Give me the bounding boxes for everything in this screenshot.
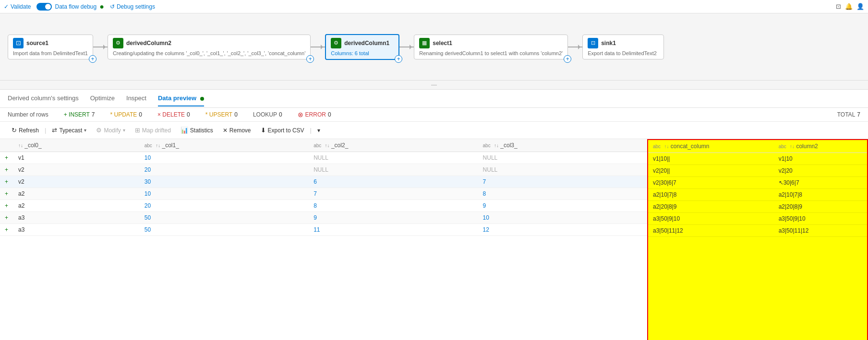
refresh-label: Refresh <box>19 127 39 134</box>
col-header-col2[interactable]: abc ↑↓ _col2_ <box>309 139 478 152</box>
table-cell: 12 <box>478 224 647 236</box>
column2-cell: a3|50|9|10 <box>774 213 867 225</box>
refresh-button[interactable]: ↻ Refresh <box>8 125 43 136</box>
modify-icon: ⚙ <box>96 127 102 134</box>
table-cell: 8 <box>309 200 478 212</box>
concat-cell: a3|50|9|10 <box>648 213 774 225</box>
sort-icon-concat[interactable]: ↑↓ <box>664 144 669 149</box>
column2-cell: a3|50|11|12 <box>774 225 867 237</box>
more-options-button[interactable]: ▾ <box>313 125 324 136</box>
col-header-concat[interactable]: abc ↑↓ concat_column <box>648 140 774 153</box>
concat-label: concat_column <box>671 143 710 150</box>
icon-bell[interactable]: 🔔 <box>845 3 853 10</box>
validate-button[interactable]: ✓ Validate <box>4 3 31 10</box>
table-cell: 8 <box>478 188 647 200</box>
derived2-icon: ⚙ <box>113 38 123 48</box>
sort-icon-column2[interactable]: ↑↓ <box>790 144 795 149</box>
debug-active-dot: ● <box>99 2 104 11</box>
icon-person[interactable]: 👤 <box>856 3 864 10</box>
debug-settings-icon: ↺ <box>110 3 115 10</box>
pipeline-node-derived1[interactable]: ⚙ derivedColumn1 Columns: 6 total + <box>325 34 399 60</box>
stat-upsert: * UPSERT 0 <box>205 111 238 118</box>
export-csv-button[interactable]: ⬇ Export to CSV <box>257 125 308 136</box>
stat-insert: + INSERT 7 <box>64 111 95 118</box>
arrow-1 <box>93 47 108 47</box>
table-cell: 10 <box>140 188 309 200</box>
validate-label: Validate <box>11 3 31 10</box>
node-title-derived2: derivedColumn2 <box>126 40 171 47</box>
add-after-derived2[interactable]: + <box>306 55 314 63</box>
stat-total: TOTAL 7 <box>837 111 860 118</box>
modify-button[interactable]: ⚙ Modify ▾ <box>92 125 129 136</box>
more-options-icon: ▾ <box>317 127 320 134</box>
col-header-col1[interactable]: abc ↑↓ _col1_ <box>140 139 309 152</box>
table-cell: 9 <box>309 212 478 224</box>
table-cell: NULL <box>478 164 647 176</box>
add-after-derived1[interactable]: + <box>395 55 402 63</box>
map-drifted-button[interactable]: ⊞ Map drifted <box>131 125 175 136</box>
col-header-indicator <box>0 139 13 152</box>
col2y-type: abc <box>779 144 786 149</box>
pipeline-node-source1[interactable]: ⊡ source1 Import data from DelimitedText… <box>8 35 93 59</box>
dataflow-debug-toggle[interactable]: Data flow debug ● <box>36 2 104 11</box>
table-cell: + <box>0 212 13 224</box>
table-wrapper[interactable]: ↑↓ _col0_ abc ↑↓ _col1_ abc ↑↓ _col2_ <box>0 139 868 340</box>
pipeline-node-sink1[interactable]: ⊡ sink1 Export data to DelimitedText2 <box>582 35 664 59</box>
typecast-button[interactable]: ⇄ Typecast ▾ <box>48 125 90 136</box>
col3-type: abc <box>483 143 491 148</box>
tabs-row: Derived column's settings Optimize Inspe… <box>0 90 868 108</box>
table-cell: 7 <box>478 176 647 188</box>
sort-icon-col3[interactable]: ↑↓ <box>494 143 499 148</box>
remove-button[interactable]: ✕ Remove <box>219 125 255 136</box>
statistics-button[interactable]: 📊 Statistics <box>177 125 217 136</box>
tab-preview[interactable]: Data preview <box>158 91 204 106</box>
debug-settings-label: Debug settings <box>117 3 155 10</box>
yellow-table: abc ↑↓ concat_column abc ↑↓ column2 v1|1… <box>648 140 867 237</box>
stat-error: ⊗ ERROR 0 <box>298 111 331 118</box>
remove-label: Remove <box>229 127 251 134</box>
icon-monitor[interactable]: ⊡ <box>836 3 841 10</box>
debug-toggle-btn[interactable] <box>36 3 52 11</box>
sort-icon-col2[interactable]: ↑↓ <box>325 143 330 148</box>
node-desc-derived2: Creating/updating the columns '_col0_', … <box>113 50 305 56</box>
concat-cell: a2|20|8|9 <box>648 201 774 213</box>
map-drifted-icon: ⊞ <box>135 127 140 134</box>
modify-label: Modify <box>104 127 121 134</box>
table-cell: + <box>0 164 13 176</box>
yellow-header-row: abc ↑↓ concat_column abc ↑↓ column2 <box>648 140 867 153</box>
table-cell: a3 <box>13 224 140 236</box>
debug-settings-button[interactable]: ↺ Debug settings <box>110 3 155 10</box>
tab-optimize[interactable]: Optimize <box>90 91 115 106</box>
validate-icon: ✓ <box>4 3 9 10</box>
update-label: * UPDATE <box>110 111 137 118</box>
col-header-column2[interactable]: abc ↑↓ column2 <box>774 140 867 153</box>
update-value: 0 <box>139 111 142 118</box>
typecast-icon: ⇄ <box>52 127 57 134</box>
yellow-table-row: v2|30|6|7↖30|6|7 <box>648 177 867 189</box>
add-after-source1[interactable]: + <box>89 55 96 63</box>
lookup-label: LOOKUP <box>253 111 277 118</box>
col1-label: _col1_ <box>162 142 179 149</box>
tab-inspect[interactable]: Inspect <box>126 91 146 106</box>
table-cell: a2 <box>13 188 140 200</box>
pipeline-node-derived2[interactable]: ⚙ derivedColumn2 Creating/updating the c… <box>108 35 311 59</box>
statistics-label: Statistics <box>190 127 213 134</box>
col2-label: _col2_ <box>331 142 348 149</box>
table-cell: 30 <box>140 176 309 188</box>
table-cell: v2 <box>13 164 140 176</box>
col0-label: _col0_ <box>24 142 41 149</box>
node-desc-source1: Import data from DelimitedText1 <box>13 50 88 56</box>
table-cell: 20 <box>140 164 309 176</box>
add-after-select1[interactable]: + <box>564 55 571 63</box>
col-header-col3[interactable]: abc ↑↓ _col3_ <box>478 139 647 152</box>
tab-settings[interactable]: Derived column's settings <box>8 91 79 106</box>
col-header-col0[interactable]: ↑↓ _col0_ <box>13 139 140 152</box>
sort-icon-col0[interactable]: ↑↓ <box>18 143 23 148</box>
tab-preview-label: Data preview <box>158 94 196 102</box>
statistics-icon: 📊 <box>181 127 188 134</box>
pipeline-node-select1[interactable]: ▦ select1 Renaming derivedColumn1 to sel… <box>414 35 568 59</box>
sort-icon-col1[interactable]: ↑↓ <box>156 143 160 148</box>
node-desc-derived1: Columns: 6 total <box>331 50 369 56</box>
toolbar-divider-2: | <box>310 127 312 134</box>
collapse-handle[interactable]: — <box>431 82 437 88</box>
